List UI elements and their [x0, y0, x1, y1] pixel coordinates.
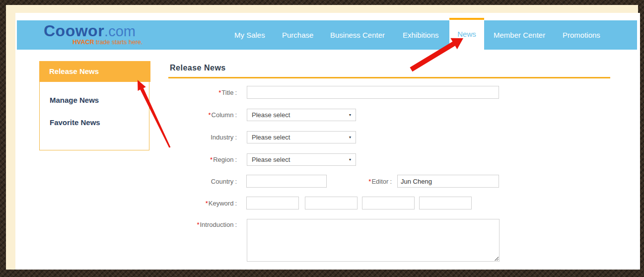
- form-row-column: *Column: Please select ▾: [15, 109, 512, 122]
- form-row-industry: Industry: Please select ▾: [15, 131, 512, 144]
- title-label: *Title:: [15, 86, 237, 99]
- form-row-keyword: *Keyword:: [15, 197, 512, 210]
- required-asterisk: *: [206, 200, 208, 207]
- keyword-input-3[interactable]: [362, 197, 415, 209]
- required-asterisk: *: [209, 111, 211, 119]
- logo-brand-text: Coowor: [44, 22, 104, 40]
- keyword-label: *Keyword:: [15, 197, 237, 210]
- country-input[interactable]: [246, 175, 327, 188]
- nav-item-exhibitions[interactable]: Exhibitions: [403, 20, 439, 50]
- keyword-input-1[interactable]: [246, 197, 299, 209]
- required-asterisk: *: [368, 178, 371, 185]
- region-label: *Region:: [15, 153, 237, 166]
- nav-item-member-center[interactable]: Member Center: [494, 20, 545, 50]
- chevron-down-icon: ▾: [349, 132, 351, 143]
- country-label: Country:: [15, 175, 237, 188]
- chevron-down-icon: ▾: [349, 154, 351, 166]
- title-underline: [168, 77, 610, 78]
- editor-label: *Editor:: [348, 175, 392, 188]
- page-frame: Coowor.com HVACR trade starts here. My S…: [6, 5, 638, 270]
- column-select[interactable]: Please select ▾: [247, 109, 356, 121]
- nav-item-purchase[interactable]: Purchase: [282, 20, 313, 50]
- nav-item-news-active[interactable]: News: [449, 18, 484, 50]
- nav-item-my-sales[interactable]: My Sales: [234, 20, 265, 50]
- editor-input[interactable]: [397, 175, 499, 188]
- introduction-field-wrap: [247, 219, 500, 262]
- required-asterisk: *: [210, 156, 213, 163]
- form-row-title: *Title:: [15, 86, 512, 99]
- introduction-textarea[interactable]: [247, 219, 500, 262]
- coowor-logo[interactable]: Coowor.com HVACR trade starts here.: [44, 22, 143, 46]
- required-asterisk: *: [197, 221, 199, 228]
- page-title: Release News: [170, 64, 226, 72]
- page-body: Coowor.com HVACR trade starts here. My S…: [15, 13, 640, 270]
- column-label: *Column:: [15, 109, 237, 121]
- tagline-rest: trade starts here.: [94, 39, 143, 46]
- industry-select[interactable]: Please select ▾: [247, 131, 356, 143]
- chevron-down-icon: ▾: [349, 109, 351, 121]
- sidebar-item-release-news[interactable]: Release News: [39, 61, 150, 82]
- industry-label: Industry:: [15, 131, 237, 143]
- logo-tld-text: .com: [104, 23, 136, 39]
- form-row-country-editor: Country: *Editor:: [15, 175, 512, 188]
- column-select-value: Please select: [252, 111, 290, 119]
- title-input[interactable]: [247, 86, 499, 99]
- required-asterisk: *: [218, 89, 221, 96]
- keyword-input-4[interactable]: [419, 197, 472, 209]
- nav-item-business-center[interactable]: Business Center: [330, 20, 385, 50]
- form-row-region: *Region: Please select ▾: [15, 153, 512, 167]
- nav-item-promotions[interactable]: Promotions: [563, 20, 600, 50]
- tagline-hvacr: HVACR: [72, 39, 94, 46]
- region-select-value: Please select: [252, 156, 290, 163]
- logo-tagline: HVACR trade starts here.: [72, 39, 143, 46]
- top-navigation-bar: Coowor.com HVACR trade starts here. My S…: [17, 20, 637, 50]
- industry-select-value: Please select: [252, 134, 290, 141]
- region-select[interactable]: Please select ▾: [247, 153, 356, 166]
- keyword-input-2[interactable]: [305, 197, 358, 209]
- form-row-introduction: *Introduction:: [15, 219, 512, 264]
- introduction-label: *Introduction:: [15, 221, 237, 229]
